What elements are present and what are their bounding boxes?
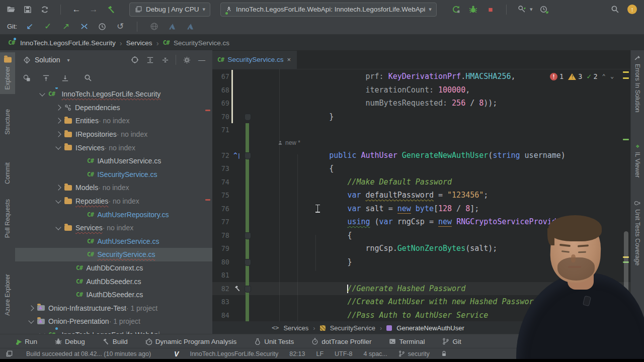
azure-devops-icon[interactable] [185,21,196,32]
open-project-icon[interactable] [5,4,16,15]
chevron-expanded-icon[interactable] [39,90,45,96]
tool-stripe-commit[interactable]: Commit [4,162,11,184]
tool-window-dottrace[interactable]: dotTrace Profiler [311,338,371,345]
profiler-icon[interactable] [517,4,528,15]
code-line-73[interactable]: 73 { [212,162,631,175]
breadcrumb-file[interactable]: SecurityService.cs [174,39,229,47]
tree-item-onion-infrastructure-test[interactable]: Onion-Infrastructure-Test · 1 project [15,302,212,315]
build-status-message[interactable]: Build succeeded at 08.42... (10 minutes … [26,350,151,357]
forward-icon[interactable]: → [88,4,99,15]
chevron-collapsed-icon[interactable] [55,105,61,110]
chevron-collapsed-icon[interactable] [55,131,61,137]
tool-window-toggle-icon[interactable] [5,350,13,358]
tree-item-authuserrepository-cs[interactable]: C#AuthUserRepository.cs [15,208,212,221]
inspections-widget[interactable]: !1 3 ✓2 ⌃ ⌃ [550,72,614,81]
run-configuration-dropdown[interactable]: InnoTech.LegosForLife.WebApi: Innotech.L… [220,3,437,17]
scroll-down-icon[interactable] [59,72,70,83]
chevron-expanded-icon[interactable] [28,318,34,323]
tree-item-dependencies[interactable]: Dependencies [15,101,212,115]
code-line-75[interactable]: 75 var defaultPassword = "123456"; [212,189,631,202]
tree-item-iauthdbseeder-cs[interactable]: C#IAuthDbSeeder.cs [15,288,212,302]
vcs-author-inlay[interactable]: new * [212,137,631,149]
chevron-collapsed-icon[interactable] [55,185,61,191]
tree-item-models[interactable]: Models · no index [15,181,212,195]
rerun-icon[interactable] [451,4,462,15]
web-deploy-icon[interactable] [148,21,159,32]
chevron-expanded-icon[interactable] [55,144,61,150]
tree-item-securityservice-cs[interactable]: C#SecurityService.cs [15,248,212,261]
status-line-ending[interactable]: LF [316,350,324,357]
azure-icon[interactable] [167,21,178,32]
locate-file-icon[interactable] [129,54,140,65]
tool-window-terminal[interactable]: Terminal [388,338,425,345]
breadcrumb-namespace[interactable]: Services [283,324,308,332]
chevron-expanded-icon[interactable] [55,224,61,230]
tree-item-services[interactable]: Services · no index [15,221,212,235]
git-history-icon[interactable] [97,21,108,32]
status-encoding[interactable]: UTF-8 [335,350,352,357]
tree-item-onion-presentation[interactable]: Onion-Presentation · 1 project [15,315,212,328]
tool-stripe-structure[interactable]: Structure [4,109,11,135]
code-line-70[interactable]: 70 } [212,110,631,124]
tool-stripe-azure-explorer[interactable]: Azure Explorer [4,274,11,316]
git-merge-icon[interactable] [78,21,90,32]
solution-configuration-dropdown[interactable]: Debug | Any CPU ▾ [129,3,210,17]
hide-panel-icon[interactable]: — [196,54,207,65]
git-commit-icon[interactable]: ✓ [42,21,53,32]
tree-item-authuserservice-cs[interactable]: C#AuthUserService.cs [15,235,212,248]
code-line-71[interactable]: 71 [212,123,631,137]
profile-history-icon[interactable] [538,4,549,15]
tool-window-dpa[interactable]: Dynamic Program Analysis [145,338,236,345]
select-opened-file-icon[interactable] [21,72,32,83]
code-line-68[interactable]: 68 iterationCount: 100000, [212,83,631,97]
tool-stripe-pull-requests[interactable]: Pull Requests [4,199,11,238]
tab-securityservice[interactable]: C# SecurityService.cs × [212,51,297,69]
chevron-down-icon[interactable]: ▾ [67,57,70,63]
tree-item-entities[interactable]: Entities · no index [15,114,212,128]
tree-item-iauthuserservice-cs[interactable]: C#IAuthUserService.cs [15,154,212,168]
search-everywhere-icon[interactable] [609,4,620,15]
search-tree-icon[interactable] [83,72,94,83]
tool-stripe-errors-in-solution[interactable]: Errors In Solution [634,54,641,113]
tool-stripe-explorer[interactable]: Explorer [0,52,15,94]
stop-icon[interactable]: ■ [485,4,496,15]
quickfix-hammer-icon[interactable] [234,285,240,292]
build-solution-icon[interactable] [105,4,116,15]
tree-item-authdbcontext-cs[interactable]: C#AuthDbContext.cs [15,261,212,275]
git-update-icon[interactable]: ↙ [24,21,35,32]
chevron-down-icon[interactable]: ▾ [530,7,533,12]
prev-problem-icon[interactable]: ⌃ [602,73,606,80]
code-line-74[interactable]: 74 //Make Default Password [212,175,631,189]
status-git-branch[interactable]: security [398,350,430,357]
update-available-icon[interactable]: ↑ [627,5,637,14]
debug-icon[interactable] [468,4,479,15]
tree-item-irepositories[interactable]: IRepositories · no index [15,128,212,141]
next-problem-icon[interactable]: ⌃ [610,73,614,80]
code-line-76[interactable]: 76 var salt = new byte[128 / 8]; [212,202,631,216]
git-rollback-icon[interactable]: ↺ [115,21,126,32]
tree-item-innotech-legosforlife-security[interactable]: C#InnoTech.LegosForLife.Security [15,87,212,101]
tool-stripe-il-viewer[interactable]: ❖ IL Viewer [634,144,641,177]
scroll-up-icon[interactable] [40,72,51,83]
status-caret-position[interactable]: 82:13 [289,350,305,357]
code-line-69[interactable]: 69 numBytesRequested: 256 / 8)); [212,97,631,110]
back-icon[interactable]: ← [71,4,82,15]
collapse-all-icon[interactable] [159,54,171,65]
tool-window-debug[interactable]: Debug [54,338,85,345]
chevron-collapsed-icon[interactable] [55,118,61,124]
tree-item-authdbseeder-cs[interactable]: C#AuthDbSeeder.cs [15,275,212,288]
tool-window-unit-tests[interactable]: Unit Tests [254,338,294,345]
status-indent[interactable]: 4 spac... [364,350,387,357]
tree-item-iservices[interactable]: IServices · no index [15,141,212,154]
tree-item-isecurityservice-cs[interactable]: C#ISecurityService.cs [15,168,212,182]
sync-refresh-icon[interactable] [39,4,50,15]
breadcrumb-project[interactable]: InnoTech.LegosForLife.Security [20,39,116,47]
breadcrumb-class[interactable]: SecurityService [330,324,375,332]
settings-gear-icon[interactable] [181,54,192,65]
breadcrumb-method[interactable]: GenerateNewAuthUser [396,324,464,332]
tool-window-build[interactable]: Build [102,338,128,345]
tool-window-git[interactable]: Git [442,338,461,345]
solution-view-selector[interactable]: Solution [35,56,60,64]
git-push-icon[interactable]: ↗ [60,21,71,32]
close-icon[interactable]: × [287,56,291,63]
